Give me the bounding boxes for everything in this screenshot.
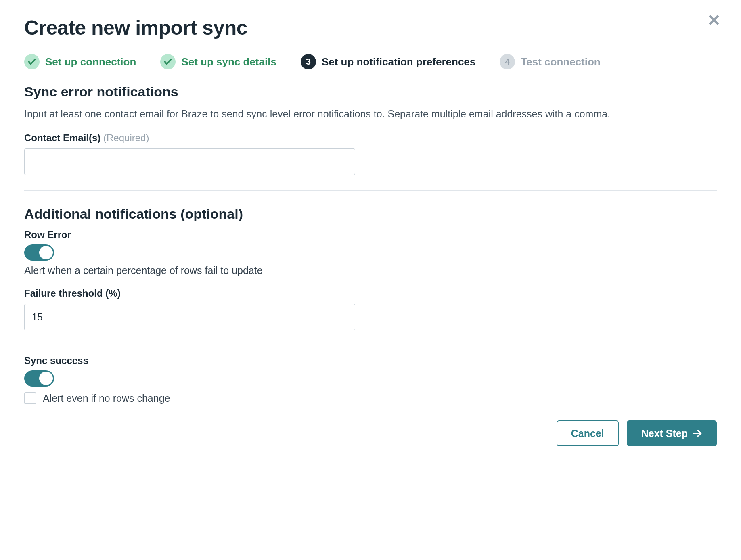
section-sync-error-desc: Input at least one contact email for Bra… xyxy=(24,107,690,121)
step-label: Test connection xyxy=(521,56,600,68)
row-error-toggle[interactable] xyxy=(24,244,54,261)
toggle-knob xyxy=(39,372,53,385)
row-error-label: Row Error xyxy=(24,229,717,240)
modal: ✕ Create new import sync Set up connecti… xyxy=(24,16,717,446)
toggle-knob xyxy=(39,246,53,259)
field-required-text: (Required) xyxy=(103,132,149,143)
check-icon xyxy=(24,54,40,69)
step-label: Set up notification preferences xyxy=(322,56,475,68)
section-additional-heading: Additional notifications (optional) xyxy=(24,206,717,222)
step-notification-preferences[interactable]: 3 Set up notification preferences xyxy=(301,54,475,69)
next-step-button[interactable]: Next Step xyxy=(627,420,717,446)
arrow-right-icon xyxy=(693,428,702,438)
contact-emails-label: Contact Email(s) (Required) xyxy=(24,132,717,144)
next-step-button-label: Next Step xyxy=(641,428,688,439)
failure-threshold-input[interactable] xyxy=(24,304,355,330)
cancel-button-label: Cancel xyxy=(571,428,604,439)
sync-success-toggle[interactable] xyxy=(24,370,54,387)
alert-no-rows-label: Alert even if no rows change xyxy=(43,393,170,404)
step-label: Set up connection xyxy=(45,56,136,68)
close-icon[interactable]: ✕ xyxy=(707,12,721,28)
contact-emails-input[interactable] xyxy=(24,148,355,175)
check-icon xyxy=(160,54,176,69)
failure-threshold-label: Failure threshold (%) xyxy=(24,288,717,299)
row-error-desc: Alert when a certain percentage of rows … xyxy=(24,265,717,276)
step-number-badge: 3 xyxy=(301,54,316,69)
field-label-text: Contact Email(s) xyxy=(24,132,100,143)
sync-success-label: Sync success xyxy=(24,355,717,366)
footer-buttons: Cancel Next Step xyxy=(24,420,717,446)
divider xyxy=(24,343,355,343)
page-title: Create new import sync xyxy=(24,16,717,40)
step-label: Set up sync details xyxy=(181,56,276,68)
alert-no-rows-row: Alert even if no rows change xyxy=(24,392,717,404)
step-connection[interactable]: Set up connection xyxy=(24,54,136,69)
step-number-badge: 4 xyxy=(500,54,515,69)
stepper: Set up connection Set up sync details 3 … xyxy=(24,54,717,69)
step-test-connection[interactable]: 4 Test connection xyxy=(500,54,600,69)
section-sync-error-heading: Sync error notifications xyxy=(24,84,717,100)
divider xyxy=(24,190,717,191)
step-sync-details[interactable]: Set up sync details xyxy=(160,54,276,69)
cancel-button[interactable]: Cancel xyxy=(557,420,619,446)
alert-no-rows-checkbox[interactable] xyxy=(24,392,36,404)
